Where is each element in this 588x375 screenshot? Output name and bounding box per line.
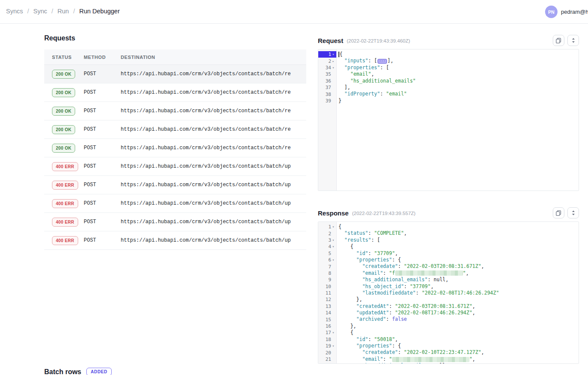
code-token: "COMPLETE" [374, 230, 404, 237]
expand-button[interactable] [567, 35, 579, 46]
breadcrumb-link[interactable]: Run [58, 8, 69, 15]
code-token [338, 237, 344, 243]
code-token: "37709" [374, 250, 395, 257]
line-number: 36 [318, 78, 336, 84]
breadcrumb-link[interactable]: Sync [34, 8, 47, 15]
code-line: "hs_additional_emails": null, [338, 363, 579, 363]
fold-arrow-icon[interactable]: ▾ [331, 52, 335, 56]
code-token [338, 65, 344, 71]
code-token: : { [392, 257, 401, 263]
code-line: "email": "f", [338, 270, 579, 277]
line-number-label: 37 [323, 85, 331, 90]
code-token: : [428, 277, 434, 283]
table-row[interactable]: 200 OKPOSThttps://api.hubapi.com/crm/v3/… [44, 83, 306, 102]
fold-arrow-spacer [331, 318, 335, 322]
collapsed-code-widget[interactable]: ··· [378, 59, 387, 64]
breadcrumb-link[interactable]: Syncs [6, 8, 23, 15]
table-row[interactable]: 400 ERRPOSThttps://api.hubapi.com/crm/v3… [44, 176, 306, 194]
table-row[interactable]: 400 ERRPOSThttps://api.hubapi.com/crm/v3… [44, 157, 306, 176]
destination-cell: https://api.hubapi.com/crm/v3/objects/co… [121, 237, 306, 243]
top-bar: Syncs/Sync/Run/Run Debugger PN pedram@hi… [0, 0, 588, 24]
fold-arrow-icon[interactable]: ▸ [331, 59, 335, 63]
code-token [338, 250, 356, 257]
status-cell: 200 OK [44, 88, 84, 97]
code-token: , [371, 71, 374, 77]
response-timestamp: (2022-02-22T19:43:39.557Z) [352, 211, 416, 216]
fold-arrow-icon[interactable]: ▾ [331, 66, 335, 70]
code-area[interactable]: { "inputs": [···], "properties": [ "emai… [337, 49, 579, 191]
code-line: "createdAt": "2022-02-03T20:08:31.671Z", [338, 303, 579, 310]
status-cell: 400 ERR [44, 181, 84, 190]
fold-arrow-icon[interactable]: ▾ [331, 225, 335, 229]
code-token: "2022-02-08T17:46:26.294Z" [422, 290, 499, 296]
line-number: 9 [318, 277, 336, 283]
expand-button[interactable] [567, 207, 579, 218]
code-token: , [472, 310, 475, 316]
line-number-gutter: 1▾2 3▾4▾5 6▾7 8 9 10 11 12 13 14 15 16 1… [318, 222, 337, 363]
line-number: 22 [318, 363, 336, 364]
user-menu[interactable]: PN pedram@hig [545, 6, 588, 18]
line-number-label: 14 [323, 310, 331, 316]
line-number-label: 15 [323, 317, 331, 323]
table-row[interactable]: 200 OKPOSThttps://api.hubapi.com/crm/v3/… [44, 102, 306, 120]
fold-arrow-icon[interactable]: ▾ [331, 245, 335, 249]
avatar[interactable]: PN [545, 6, 558, 18]
text-cursor [338, 52, 339, 57]
code-token: "results" [344, 237, 371, 243]
code-area[interactable]: { "status": "COMPLETE", "results": [ { "… [337, 222, 579, 363]
line-number: 11 [318, 290, 336, 296]
fold-arrow-icon[interactable]: ▾ [331, 238, 335, 242]
requests-table-header: STATUS METHOD DESTINATION [44, 49, 306, 65]
request-code-editor[interactable]: 1▾2▸34▾35 36 37 38 39 { "inputs": [···],… [318, 49, 579, 191]
table-row[interactable]: 200 OKPOSThttps://api.hubapi.com/crm/v3/… [44, 139, 306, 157]
code-token: : [386, 316, 392, 323]
code-token: : [398, 263, 404, 270]
table-row[interactable]: 400 ERRPOSThttps://api.hubapi.com/crm/v3… [44, 213, 306, 231]
code-token: "email" [362, 270, 383, 277]
line-number-label: 36 [323, 78, 331, 84]
column-header-method: METHOD [84, 55, 121, 60]
line-number: 13 [318, 303, 336, 310]
method-cell: POST [84, 182, 121, 188]
table-row[interactable]: 400 ERRPOSThttps://api.hubapi.com/crm/v3… [44, 194, 306, 213]
status-badge: 200 OK [52, 125, 75, 134]
line-number-label: 3 [323, 237, 331, 243]
destination-cell: https://api.hubapi.com/crm/v3/objects/co… [121, 126, 306, 132]
code-token: : { [392, 343, 401, 349]
code-token [338, 356, 362, 363]
line-number: 7 [318, 263, 336, 270]
method-cell: POST [84, 237, 121, 243]
destination-cell: https://api.hubapi.com/crm/v3/objects/co… [121, 108, 306, 114]
code-line: { [338, 329, 579, 336]
code-line: "idProperty": "email" [338, 91, 579, 97]
code-token: "properties" [356, 257, 392, 263]
status-cell: 400 ERR [44, 199, 84, 208]
code-token: "archived" [356, 316, 386, 323]
code-token: { [338, 224, 341, 230]
response-code-editor[interactable]: 1▾2 3▾4▾5 6▾7 8 9 10 11 12 13 14 15 16 1… [318, 221, 579, 364]
fold-arrow-spacer [331, 252, 335, 255]
status-badge: 200 OK [52, 144, 75, 153]
line-number-label: 35 [323, 71, 331, 77]
line-number: 10 [318, 283, 336, 290]
fold-arrow-icon[interactable]: ▾ [331, 344, 335, 348]
copy-button[interactable] [553, 35, 564, 46]
fold-arrow-spacer [331, 298, 335, 301]
code-token: " [389, 356, 392, 363]
method-cell: POST [84, 145, 121, 151]
copy-button[interactable] [553, 207, 564, 218]
line-number: 15 [318, 316, 336, 323]
response-title: Response [318, 209, 349, 217]
fold-arrow-icon[interactable]: ▾ [331, 258, 335, 262]
fold-arrow-icon[interactable]: ▾ [331, 331, 335, 335]
table-row[interactable]: 400 ERRPOSThttps://api.hubapi.com/crm/v3… [44, 231, 306, 250]
table-row[interactable]: 200 OKPOSThttps://api.hubapi.com/crm/v3/… [44, 65, 306, 83]
code-token: "hs_additional_emails" [362, 277, 427, 283]
column-header-destination: DESTINATION [121, 55, 306, 60]
code-token: { [338, 243, 353, 250]
code-line: "properties": { [338, 343, 579, 349]
code-line: { [338, 243, 579, 250]
code-token: : [ [371, 237, 380, 243]
table-row[interactable]: 200 OKPOSThttps://api.hubapi.com/crm/v3/… [44, 120, 306, 139]
code-line: { [338, 224, 579, 230]
